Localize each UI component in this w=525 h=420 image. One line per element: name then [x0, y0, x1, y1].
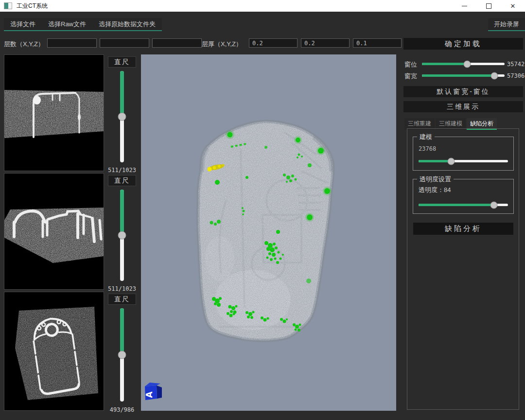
close-button[interactable]: ✕ — [501, 0, 525, 12]
window-title: 工业CT系统 — [17, 2, 48, 10]
slider-fill — [120, 308, 124, 355]
minimize-button[interactable] — [452, 0, 476, 12]
minimize-icon — [462, 6, 467, 6]
layers-y-input[interactable] — [100, 38, 149, 48]
layers-label: 层数（X,Y,Z） — [4, 40, 44, 49]
opacity-groupbox: 透明度设置 — [413, 179, 514, 214]
close-icon: ✕ — [510, 3, 516, 9]
window-controls: ✕ — [452, 0, 525, 12]
file-button-group: 选择文件 选择Raw文件 选择原始数据文件夹 — [4, 18, 162, 31]
parameters-row: 层数（X,Y,Z） 层厚（X,Y,Z） 确定加载 — [0, 37, 525, 52]
slider-handle[interactable] — [463, 60, 471, 68]
slider-fill — [120, 190, 124, 235]
slice-slider-column-bottom: 直尺 493/986 — [105, 292, 139, 413]
3d-viewport[interactable]: A — [141, 54, 396, 411]
thickness-x-input[interactable] — [249, 38, 298, 48]
confirm-load-button[interactable]: 确定加载 — [403, 38, 523, 50]
thickness-y-input[interactable] — [301, 38, 350, 48]
slice-position-top: 511/1023 — [105, 167, 139, 174]
slider-fill — [422, 63, 467, 65]
modeling-groupbox: 建模 — [413, 137, 514, 171]
ct-slice-view-top — [4, 54, 104, 171]
slider-handle[interactable] — [447, 158, 455, 165]
slice-position-bottom: 493/986 — [105, 406, 139, 413]
modeling-value: 23768 — [419, 145, 436, 152]
ruler-button-top[interactable]: 直尺 — [108, 56, 136, 68]
thickness-z-input[interactable] — [353, 38, 402, 48]
show-3d-button[interactable]: 三维展示 — [403, 101, 523, 112]
slider-handle[interactable] — [118, 231, 126, 239]
slider-handle[interactable] — [490, 72, 498, 79]
default-ww-wl-button[interactable]: 默认窗宽-窗位 — [403, 86, 523, 97]
select-file-button[interactable]: 选择文件 — [4, 18, 42, 30]
slider-fill — [419, 160, 451, 162]
window-width-label: 窗宽 — [404, 72, 417, 81]
start-recording-button[interactable]: 开始录屏 — [488, 18, 525, 31]
ct-slice-view-middle — [4, 173, 104, 290]
slice-slider-column-top: 直尺 511/1023 — [105, 54, 139, 173]
ct-slice-view-bottom — [4, 292, 104, 411]
modeling-slider[interactable] — [419, 160, 508, 162]
run-defect-analysis-button[interactable]: 缺陷分析 — [413, 223, 513, 235]
slice-slider-top[interactable] — [120, 71, 124, 162]
select-raw-data-folder-button[interactable]: 选择原始数据文件夹 — [92, 18, 162, 30]
slider-handle[interactable] — [118, 351, 126, 359]
window-width-slider[interactable] — [422, 74, 505, 77]
slice-slider-bottom[interactable] — [120, 308, 124, 402]
slice-slider-column-middle: 直尺 511/1023 — [105, 173, 139, 292]
opacity-slider[interactable] — [419, 204, 508, 206]
thickness-label: 层厚（X,Y,Z） — [202, 40, 242, 49]
slice-position-middle: 511/1023 — [105, 285, 139, 292]
slice-slider-middle[interactable] — [120, 190, 124, 281]
app-icon — [4, 2, 12, 9]
orientation-cube-letter: A — [144, 391, 154, 398]
opacity-value-label: 透明度：84 — [419, 186, 451, 194]
maximize-icon — [486, 3, 491, 9]
slider-handle[interactable] — [118, 112, 126, 121]
modeling-group-title: 建模 — [417, 133, 435, 141]
window-level-slider[interactable] — [422, 63, 505, 65]
layers-x-input[interactable] — [47, 38, 97, 48]
orientation-cube: A — [144, 383, 162, 400]
slider-fill — [120, 71, 124, 117]
window-width-value: 57306 — [507, 72, 525, 79]
window-level-label: 窗位 — [404, 60, 417, 69]
maximize-button[interactable] — [476, 0, 501, 12]
opacity-group-title: 透明度设置 — [417, 175, 454, 184]
select-raw-file-button[interactable]: 选择Raw文件 — [42, 18, 92, 30]
ruler-button-bottom[interactable]: 直尺 — [108, 294, 136, 305]
layers-z-input[interactable] — [152, 38, 202, 48]
slider-handle[interactable] — [490, 201, 497, 209]
title-bar: 工业CT系统 ✕ — [0, 0, 525, 12]
slider-fill — [419, 204, 494, 206]
toolbar: 选择文件 选择Raw文件 选择原始数据文件夹 开始录屏 — [0, 12, 525, 32]
slider-fill — [422, 74, 494, 77]
window-level-value: 35742 — [507, 61, 525, 68]
ruler-button-middle[interactable]: 直尺 — [108, 175, 136, 186]
